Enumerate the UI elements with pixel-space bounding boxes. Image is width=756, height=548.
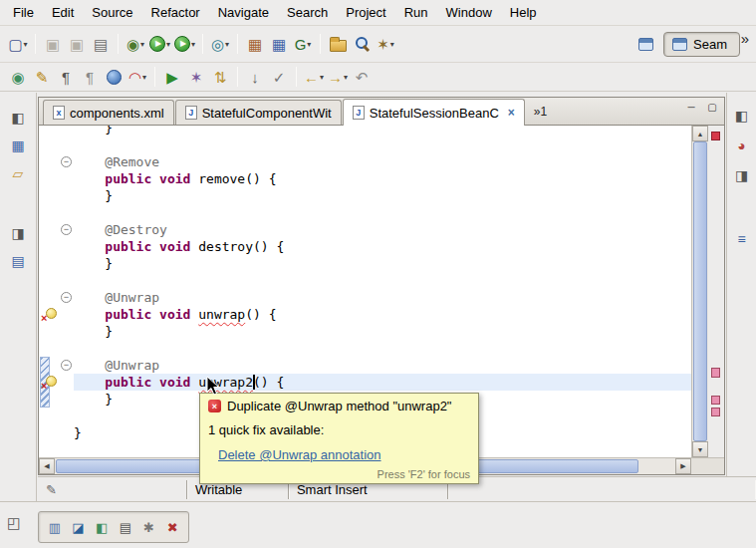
code-line[interactable]: } <box>74 126 691 137</box>
restore-view2-button[interactable]: ◨ <box>6 222 30 244</box>
menu-file[interactable]: File <box>4 2 43 23</box>
scroll-down-icon[interactable]: ▼ <box>692 441 708 457</box>
open-folder-button[interactable] <box>326 31 350 57</box>
open-perspective-button[interactable] <box>633 31 657 57</box>
code-line[interactable] <box>74 340 691 357</box>
brush-button[interactable]: ✎ <box>30 64 54 90</box>
toolbar-overflow-chevron-icon[interactable]: » <box>741 30 749 47</box>
connect-button[interactable]: ◉ <box>6 64 30 90</box>
code-line[interactable]: } <box>74 255 691 272</box>
code-line[interactable]: @Destroy <box>74 221 691 238</box>
generate-button[interactable]: G▾ <box>291 31 315 57</box>
minimize-button[interactable]: ─ <box>683 100 699 114</box>
menu-navigate[interactable]: Navigate <box>209 2 278 23</box>
menu-run[interactable]: Run <box>395 2 437 23</box>
menu-project[interactable]: Project <box>337 2 394 23</box>
problems-icon: ▥ <box>49 520 61 535</box>
fold-collapse-icon[interactable]: − <box>61 156 72 167</box>
scroll-right-icon[interactable]: ▶ <box>675 458 691 474</box>
package-explorer-view-button[interactable]: ▱ <box>6 162 30 184</box>
code-line[interactable] <box>74 137 691 153</box>
fast-view-button[interactable]: ◰ <box>7 514 21 532</box>
menu-search[interactable]: Search <box>278 2 337 23</box>
overview-pink-marker[interactable] <box>711 368 720 378</box>
annotation-wand-button[interactable]: ✶▾ <box>374 31 397 57</box>
ant-view-button[interactable]: ✱ <box>139 517 159 537</box>
run-last-button[interactable]: ▶ <box>160 64 184 90</box>
seam-perspective-button[interactable]: Seam <box>663 32 740 57</box>
code-line[interactable]: @Unwrap <box>74 357 691 374</box>
format-button[interactable]: ¶ <box>54 64 78 90</box>
code-line[interactable] <box>74 204 691 221</box>
fold-ruler-row <box>59 137 74 153</box>
problems-view-button[interactable]: ▥ <box>45 517 65 537</box>
fold-collapse-icon[interactable]: − <box>61 224 72 235</box>
run-server-button[interactable]: ◎▾ <box>208 31 232 57</box>
profile-button[interactable]: ◠▾ <box>126 64 149 90</box>
run-external-button[interactable]: ▶▾ <box>172 31 197 57</box>
code-line[interactable]: public void unwrap() { <box>74 306 691 323</box>
delete-unwrap-annotation-link[interactable]: Delete @Unwrap annotation <box>218 447 381 462</box>
error-log-view-button[interactable]: ✖ <box>162 517 182 537</box>
scroll-left-icon[interactable]: ◀ <box>39 458 55 474</box>
new-table-button[interactable]: ▦ <box>267 31 291 57</box>
sort-button[interactable]: ↓ <box>243 64 267 90</box>
code-line[interactable]: public void unwrap2() { <box>74 374 691 391</box>
show-whitespace-button[interactable]: ¶ <box>78 64 102 90</box>
maximize-button[interactable]: ▢ <box>704 100 720 114</box>
tab-statefulcomponentwit[interactable]: JStatefulComponentWit <box>175 100 342 125</box>
restore-view3-button[interactable]: ◨ <box>730 164 754 186</box>
code-line[interactable]: } <box>74 187 691 204</box>
fold-ruler-row: − <box>59 357 74 374</box>
overview-error-marker[interactable] <box>711 132 720 140</box>
code-line[interactable]: public void remove() { <box>74 170 691 187</box>
new-component-button[interactable]: ▦ <box>243 31 267 57</box>
code-line[interactable] <box>74 272 691 289</box>
fold-ruler-row <box>59 374 74 391</box>
properties-view-button[interactable]: ▤ <box>6 250 30 272</box>
new-jar-button[interactable]: ✶ <box>184 64 208 90</box>
restore-view-button[interactable]: ◧ <box>6 107 30 129</box>
code-text: () { <box>253 375 284 390</box>
fold-collapse-icon[interactable]: − <box>61 292 72 303</box>
seam-components-view-button[interactable]: ▦ <box>6 135 30 156</box>
print-button[interactable]: ▤ <box>89 31 113 57</box>
run-button[interactable]: ▶▾ <box>147 31 172 57</box>
mark-occurrences-button[interactable]: ✓ <box>267 64 291 90</box>
code-line[interactable]: } <box>74 323 691 340</box>
hidden-tabs-indicator[interactable]: »1 <box>534 105 547 119</box>
palette-view-button[interactable]: ◕ <box>730 135 754 156</box>
declaration-view-button[interactable]: ◧ <box>92 517 112 537</box>
vertical-scrollbar[interactable]: ▲ ▼ <box>691 126 708 457</box>
menu-help[interactable]: Help <box>501 2 546 23</box>
code-line[interactable]: public void destroy() { <box>74 238 691 255</box>
close-tab-icon[interactable]: × <box>508 106 515 120</box>
new-wizard-button[interactable]: ▢▾ <box>6 31 30 57</box>
search-button[interactable] <box>350 31 374 57</box>
menu-source[interactable]: Source <box>83 2 141 23</box>
outline-view-button[interactable]: ≡ <box>730 228 754 250</box>
vertical-scroll-thumb[interactable] <box>693 141 707 441</box>
javadoc-view-button[interactable]: ◪ <box>69 517 89 537</box>
menu-window[interactable]: Window <box>437 2 501 23</box>
menu-edit[interactable]: Edit <box>43 2 83 23</box>
fold-collapse-icon[interactable]: − <box>61 360 72 371</box>
debug-button[interactable]: ◉▾ <box>124 31 147 57</box>
console-view-button[interactable]: ▤ <box>116 517 135 537</box>
tab-components-xml[interactable]: xcomponents.xml <box>43 100 174 125</box>
web-browser-button[interactable] <box>102 64 126 90</box>
ant-icon: ✱ <box>143 520 154 535</box>
code-line[interactable]: @Remove <box>74 153 691 170</box>
restore-editor-button[interactable]: ◧ <box>730 105 754 127</box>
statusbar-empty-cell <box>447 480 756 499</box>
last-edit-location-button[interactable]: ↶ <box>350 64 374 90</box>
forward-button[interactable]: →▾ <box>326 64 350 90</box>
updown-arrows-button[interactable]: ⇅ <box>208 64 232 90</box>
overview-pink-marker[interactable] <box>711 408 720 416</box>
menu-refactor[interactable]: Refactor <box>142 2 209 23</box>
code-line[interactable]: @Unwrap <box>74 289 691 306</box>
overview-pink-marker[interactable] <box>711 396 720 405</box>
scroll-up-icon[interactable]: ▲ <box>692 126 708 141</box>
tab-statefulsessionbeanc[interactable]: JStatefulSessionBeanC× <box>343 99 525 126</box>
back-button[interactable]: ←▾ <box>302 64 326 90</box>
